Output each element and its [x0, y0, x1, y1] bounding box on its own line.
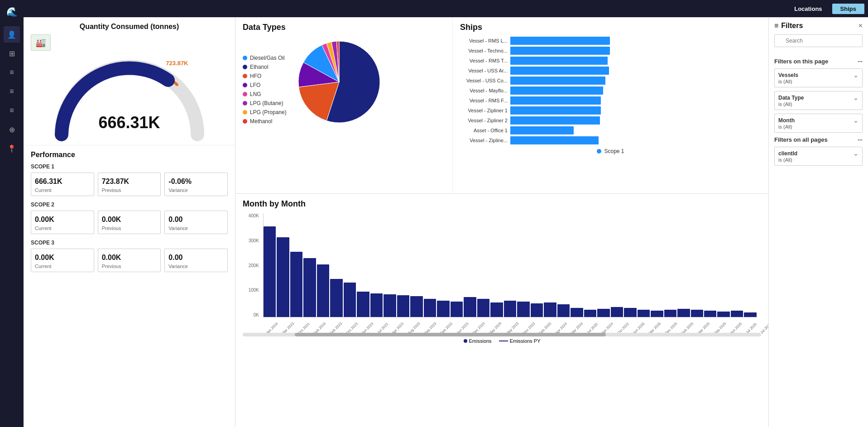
filter-cards-container: Vessels ⌄ is (All) Data Type ⌄ is (All) …	[774, 68, 863, 133]
top-bar: Locations Ships	[24, 0, 868, 17]
scope3-current-label: Current	[35, 264, 90, 269]
y-axis-label: 300K	[249, 238, 259, 243]
chart-scrollbar[interactable]	[243, 333, 761, 336]
scope3-variance-value: 0.00	[168, 254, 224, 262]
filter-all-card-dots[interactable]: ⌄	[853, 150, 858, 157]
ships-bars: Vessel - RMS L... Vessel - Techno... Ves…	[460, 37, 761, 144]
filter-all-card[interactable]: clientId ⌄ is (All)	[774, 147, 863, 166]
filters-all-pages-title: Filters on all pages	[774, 136, 828, 143]
filter-card[interactable]: Month ⌄ is (All)	[774, 114, 863, 133]
scope3-variance-label: Variance	[168, 264, 224, 269]
bar-column	[424, 299, 436, 317]
filter-card-dots[interactable]: ⌄	[853, 117, 858, 124]
gauge-previous-value: 723.87K	[166, 60, 188, 67]
ship-bar	[510, 106, 601, 115]
bar-column	[344, 283, 356, 317]
pie-chart	[294, 37, 384, 127]
ship-label: Vessel - USS Co...	[460, 78, 508, 83]
ship-bar	[510, 126, 574, 134]
filters-on-page-dots[interactable]: ···	[858, 58, 863, 65]
scope2-previous-value: 0.00K	[102, 216, 157, 224]
ship-label: Asset - Office 1	[460, 128, 508, 133]
locations-button[interactable]: Locations	[786, 4, 830, 14]
bar-column	[290, 252, 302, 317]
filter-card-name: Month	[778, 117, 795, 124]
bar-rect	[317, 264, 329, 317]
bar-rect	[370, 293, 383, 317]
data-types-content: Diesel/Gas OilEthanolHFOLFOLNGLPG (Butan…	[243, 37, 445, 127]
bar-column	[264, 226, 276, 317]
sidebar-item-dashboard[interactable]: ⊞	[4, 45, 20, 62]
gauge-section: Quantity Consumed (tonnes) 🏭 723.87K 666…	[24, 17, 235, 145]
ship-label: Vessel - Zipliner 2	[460, 118, 508, 123]
scope2-previous-label: Previous	[102, 225, 157, 231]
bar-column	[517, 302, 529, 317]
ships-button[interactable]: Ships	[832, 4, 864, 14]
bar-rect	[464, 297, 476, 317]
bar-column	[677, 309, 690, 317]
bar-rect	[397, 295, 409, 317]
filter-card[interactable]: Vessels ⌄ is (All)	[774, 68, 863, 87]
legend-item: Methanol	[243, 118, 287, 125]
scope3-row: 0.00K Current 0.00K Previous 0.00 Varian…	[31, 249, 228, 272]
scope3-variance-card: 0.00 Variance	[164, 249, 228, 272]
filters-all-pages-header: Filters on all pages ···	[774, 136, 863, 143]
emissions-py-legend-label: Emissions PY	[510, 338, 541, 344]
legend-dot	[243, 119, 247, 124]
scope1-current-card: 666.31K Current	[31, 173, 94, 196]
scope1-label: SCOPE 1	[31, 163, 228, 170]
bar-rect	[290, 252, 302, 317]
emissions-py-legend-line	[499, 341, 508, 341]
sidebar-item-menu2[interactable]: ≡	[4, 83, 20, 100]
y-axis-label: 100K	[249, 288, 259, 293]
filters-close-button[interactable]: ×	[858, 22, 863, 30]
chart-scrollbar-thumb[interactable]	[295, 333, 606, 336]
legend-text: Methanol	[250, 118, 272, 125]
filter-card-header: Data Type ⌄	[778, 94, 858, 101]
scope1-variance-label: Variance	[168, 187, 224, 193]
bar-column	[664, 310, 676, 317]
bar-rect	[638, 310, 650, 317]
sidebar-item-menu1[interactable]: ≡	[4, 64, 20, 81]
filter-card-dots[interactable]: ⌄	[853, 72, 858, 79]
ship-label: Vessel - RMS F...	[460, 98, 508, 103]
bar-rect	[330, 279, 342, 317]
bar-rect	[651, 311, 663, 317]
scope2-label: SCOPE 2	[31, 202, 228, 208]
ship-row: Vessel - Techno...	[460, 47, 761, 55]
chart-legend: Emissions Emissions PY	[243, 338, 761, 344]
data-types-section: Data Types Diesel/Gas OilEthanolHFOLFOLN…	[235, 17, 453, 193]
sidebar-item-profile[interactable]: 👤	[4, 26, 20, 43]
scope3-label: SCOPE 3	[31, 240, 228, 246]
filters-all-pages-dots[interactable]: ···	[858, 136, 863, 143]
bar-column	[691, 310, 703, 317]
bar-rect	[544, 302, 556, 317]
legend-item: HFO	[243, 73, 287, 79]
filter-card-header: Vessels ⌄	[778, 72, 858, 79]
legend-item: Ethanol	[243, 64, 287, 70]
filters-search-input[interactable]	[774, 34, 863, 47]
gauge-container: 723.87K 666.31K	[43, 51, 216, 141]
bar-column	[277, 237, 289, 317]
ship-bar	[510, 67, 609, 75]
performance-section: Performance SCOPE 1 666.31K Current 723.…	[24, 145, 235, 283]
sidebar-item-menu3[interactable]: ≡	[4, 102, 20, 119]
bar-rect	[451, 302, 463, 317]
legend-dot	[243, 92, 247, 96]
filter-card[interactable]: Data Type ⌄ is (All)	[774, 91, 863, 110]
top-charts: Data Types Diesel/Gas OilEthanolHFOLFOLN…	[235, 17, 768, 194]
x-labels: Jan 2024Mar 2023Oct 2021Feb 2024Feb 2023…	[263, 327, 757, 331]
bar-column	[557, 304, 570, 317]
sidebar-item-location[interactable]: 📍	[4, 140, 20, 157]
bar-rect	[277, 237, 289, 317]
filter-card-dots[interactable]: ⌄	[853, 94, 858, 101]
pie-svg	[294, 37, 384, 127]
sidebar-item-globe[interactable]: ⊕	[4, 121, 20, 138]
filters-on-page-title: Filters on this page	[774, 58, 828, 65]
gauge-icon-button[interactable]: 🏭	[31, 34, 51, 51]
legend-item: Diesel/Gas Oil	[243, 55, 287, 61]
ships-section: Ships Vessel - RMS L... Vessel - Techno.…	[453, 17, 768, 193]
ship-label: Vessel - Zipliner 1	[460, 108, 508, 113]
filter-card-header: Month ⌄	[778, 117, 858, 124]
ship-row: Vessel - USS Co...	[460, 77, 761, 85]
